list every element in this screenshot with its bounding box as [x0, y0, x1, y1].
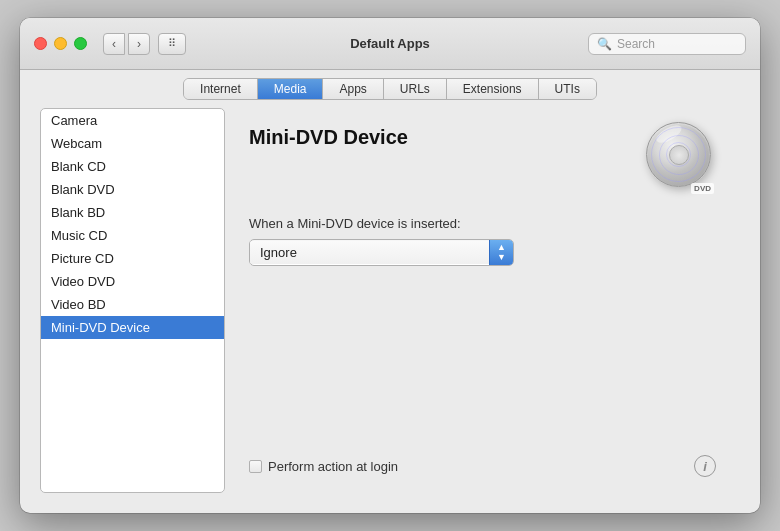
- checkbox-row: Perform action at login: [249, 459, 398, 474]
- window-title: Default Apps: [350, 36, 430, 51]
- bottom-row: Perform action at login i: [249, 455, 716, 477]
- search-icon: 🔍: [597, 37, 612, 51]
- grid-icon: ⠿: [168, 37, 176, 50]
- tab-group: Internet Media Apps URLs Extensions UTIs: [183, 78, 597, 100]
- list-item[interactable]: Music CD: [41, 224, 224, 247]
- minimize-button[interactable]: [54, 37, 67, 50]
- main-window: ‹ › ⠿ Default Apps 🔍 Internet Media Apps…: [20, 18, 760, 513]
- grid-button[interactable]: ⠿: [158, 33, 186, 55]
- list-item[interactable]: Blank BD: [41, 201, 224, 224]
- list-item[interactable]: Picture CD: [41, 247, 224, 270]
- action-select[interactable]: Ignore ▲ ▼: [249, 239, 514, 266]
- close-button[interactable]: [34, 37, 47, 50]
- list-item[interactable]: Webcam: [41, 132, 224, 155]
- list-item[interactable]: Blank CD: [41, 155, 224, 178]
- when-inserted-label: When a Mini-DVD device is inserted:: [249, 216, 716, 231]
- tab-media[interactable]: Media: [258, 79, 324, 99]
- tab-utis[interactable]: UTIs: [539, 79, 596, 99]
- tab-apps[interactable]: Apps: [323, 79, 383, 99]
- dvd-disc-icon: DVD: [646, 122, 716, 192]
- info-icon: i: [703, 459, 707, 474]
- content-area: Camera Webcam Blank CD Blank DVD Blank B…: [20, 106, 760, 513]
- info-button[interactable]: i: [694, 455, 716, 477]
- titlebar: ‹ › ⠿ Default Apps 🔍: [20, 18, 760, 70]
- tab-internet[interactable]: Internet: [184, 79, 258, 99]
- media-list[interactable]: Camera Webcam Blank CD Blank DVD Blank B…: [40, 108, 225, 493]
- action-select-value: Ignore: [250, 241, 489, 264]
- list-item[interactable]: Video DVD: [41, 270, 224, 293]
- list-item-selected[interactable]: Mini-DVD Device: [41, 316, 224, 339]
- tabbar: Internet Media Apps URLs Extensions UTIs: [20, 70, 760, 106]
- arrow-down-icon: ▼: [497, 253, 506, 262]
- detail-header: Mini-DVD Device DVD: [249, 122, 716, 192]
- detail-panel: Mini-DVD Device DVD When a Mini-DVD devi…: [225, 106, 740, 493]
- maximize-button[interactable]: [74, 37, 87, 50]
- select-arrows[interactable]: ▲ ▼: [489, 240, 513, 265]
- search-box[interactable]: 🔍: [588, 33, 746, 55]
- arrow-up-icon: ▲: [497, 243, 506, 252]
- forward-icon: ›: [137, 37, 141, 51]
- list-item[interactable]: Video BD: [41, 293, 224, 316]
- tab-extensions[interactable]: Extensions: [447, 79, 539, 99]
- perform-action-checkbox[interactable]: [249, 460, 262, 473]
- tab-urls[interactable]: URLs: [384, 79, 447, 99]
- back-button[interactable]: ‹: [103, 33, 125, 55]
- forward-button[interactable]: ›: [128, 33, 150, 55]
- detail-title: Mini-DVD Device: [249, 126, 408, 149]
- list-item[interactable]: Camera: [41, 109, 224, 132]
- nav-buttons: ‹ ›: [103, 33, 150, 55]
- perform-action-label: Perform action at login: [268, 459, 398, 474]
- back-icon: ‹: [112, 37, 116, 51]
- search-input[interactable]: [617, 37, 737, 51]
- list-item[interactable]: Blank DVD: [41, 178, 224, 201]
- traffic-lights: [34, 37, 87, 50]
